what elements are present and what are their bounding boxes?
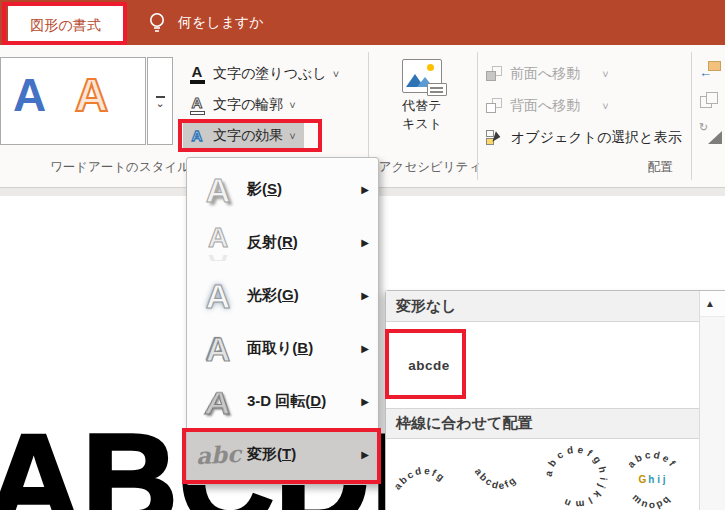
transform-submenu: 変形なし abcde 枠線に合わせて配置 abcdefg abcdefg abc… [385,290,725,510]
wordart-gallery-more-button[interactable]: ⌄ [147,57,173,145]
chevron-down-icon: ˅ [289,99,295,111]
transform-option-arch-up[interactable]: abcdefg [389,442,459,510]
alt-text-label: 代替テ キスト [402,97,442,132]
alt-text-button[interactable]: 代替テ キスト [383,57,461,149]
svg-text:abcdefg: abcdefg [392,465,448,492]
send-backward-button[interactable]: 背面へ移動 ˅ [486,93,609,119]
follow-path-section: abcdefg abcdefg abcdefghijklmn abcdef Gh… [386,440,699,510]
chevron-down-icon: ˅ [289,130,295,142]
submenu-arrow-icon: ▶ [361,449,369,460]
arrow-left-icon: ← [699,66,712,79]
text-fill-button[interactable]: A 文字の塗りつぶし ˅ [183,60,347,87]
tell-me-box[interactable]: 何をしますか [178,0,264,45]
chevron-down-icon: ˅ [602,68,608,80]
text-outline-button[interactable]: A 文字の輪郭 ˅ [183,91,304,118]
no-transform-header: 変形なし [386,291,699,322]
menu-item-label: 反射(R) [247,233,298,252]
submenu-arrow-icon: ▶ [361,396,369,407]
text-fill-label: 文字の塗りつぶし [213,65,327,83]
chevron-down-icon: ˅ [602,100,608,112]
title-bar: 図形の書式 何をしますか [0,0,725,45]
text-effects-label: 文字の効果 [213,127,283,145]
text-outline-label: 文字の輪郭 [213,96,283,114]
bevel-a-icon: A [195,332,241,366]
no-transform-section: abcde [386,322,699,408]
menu-item-3d-rotation[interactable]: A 3-D 回転(D) ▶ [187,375,378,428]
wordart-style-blue[interactable]: A [13,72,46,118]
menu-item-reflection[interactable]: A A 反射(R) ▶ [187,216,378,269]
chevron-down-icon: ⌄ [155,99,164,107]
menu-item-label: 影(S) [247,180,282,199]
scroll-up-button[interactable]: ▲ [700,291,725,317]
selection-pane-icon [486,130,504,146]
text-effects-button[interactable]: A 文字の効果 ˅ [183,122,304,149]
shadow-a-icon: A [195,173,241,207]
follow-path-header: 枠線に合わせて配置 [386,408,699,439]
transform-option-none[interactable]: abcde [394,334,464,396]
lightbulb-icon [146,11,168,35]
3d-rotation-a-icon: A [195,385,241,419]
menu-item-label: 面取り(B) [247,339,313,358]
align-objects-button[interactable]: ← [699,60,723,84]
caption-card-icon [427,83,447,96]
menu-item-label: 変形(T) [247,445,296,464]
send-backward-icon [486,98,503,114]
transform-option-button[interactable]: abcdef Gh i j mnopq [617,442,687,510]
submenu-arrow-icon: ▶ [361,237,369,248]
menu-item-bevel[interactable]: A 面取り(B) ▶ [187,322,378,375]
group-objects-button[interactable] [699,92,723,116]
chevron-down-icon: ˅ [333,68,339,80]
menu-item-glow[interactable]: A 光彩(G) ▶ [187,269,378,322]
bring-forward-label: 前面へ移動 [510,65,580,83]
menu-item-label: 3-D 回転(D) [247,392,326,411]
text-effects-menu: A 影(S) ▶ A A 反射(R) ▶ A 光彩(G) ▶ A 面取り(B) … [186,157,379,485]
selection-pane-button[interactable]: オブジェクトの選択と表示 [486,125,682,151]
svg-text:abcdef: abcdef [625,449,679,470]
button-middle-text: Gh i j [638,474,665,485]
group-separator [691,52,692,180]
svg-text:mnopq: mnopq [631,491,674,510]
bring-forward-icon [486,66,503,82]
arrange-group-label: 配置 [610,159,710,176]
menu-item-transform[interactable]: abc 変形(T) ▶ [187,428,378,481]
svg-text:abcdefg: abcdefg [473,466,519,491]
reflection-a-icon: A A [195,224,241,261]
bring-forward-button[interactable]: 前面へ移動 ˅ [486,61,609,87]
svg-text:abcdefghijklmn: abcdefghijklmn [543,444,610,510]
menu-item-shadow[interactable]: A 影(S) ▶ [187,163,378,216]
rotate-arrow-icon: ↻ [699,122,708,133]
scroll-up-arrow-icon: ▲ [705,298,715,309]
submenu-arrow-icon: ▶ [361,184,369,195]
group-squares-icon [706,92,718,104]
wordart-style-orange[interactable]: A [75,72,108,118]
text-effects-icon: A [187,128,207,143]
transform-option-circle[interactable]: abcdefghijklmn [541,442,611,510]
text-outline-icon: A [187,95,207,115]
glow-a-icon: A [195,279,241,313]
transform-option-arch-down[interactable]: abcdefg [465,442,535,510]
send-backward-label: 背面へ移動 [510,97,580,115]
text-fill-icon: A [187,64,207,84]
submenu-arrow-icon: ▶ [361,343,369,354]
group-separator [477,52,478,180]
alt-text-picture-icon [402,59,442,93]
tab-shape-format[interactable]: 図形の書式 [8,6,123,45]
sun-icon [427,64,434,71]
transform-abc-icon: abc [195,443,241,466]
submenu-scrollbar[interactable]: ▲ [699,291,725,510]
rotate-objects-button[interactable]: ↻ [699,122,723,146]
rotate-triangle-icon [708,131,722,144]
submenu-arrow-icon: ▶ [361,290,369,301]
selection-pane-label: オブジェクトの選択と表示 [511,129,682,147]
menu-item-label: 光彩(G) [247,286,299,305]
wordart-styles-gallery[interactable]: A A [0,57,146,145]
